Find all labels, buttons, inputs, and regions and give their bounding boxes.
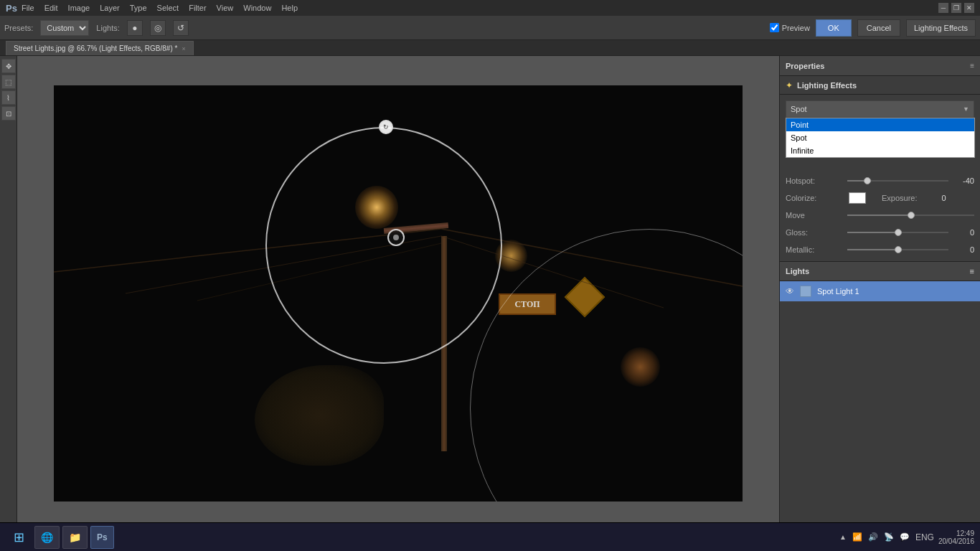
metallic-label: Metallic: (786, 245, 843, 254)
properties-collapse-icon[interactable]: ≡ (970, 62, 974, 70)
gloss-label: Gloss: (786, 228, 843, 237)
up-arrow-icon[interactable]: ▲ (839, 533, 847, 541)
taskbar-chrome[interactable]: 🌐 (34, 526, 60, 549)
spotlight-circle[interactable] (265, 127, 502, 364)
window-controls: ─ ❐ ✕ (938, 3, 974, 13)
move-track (847, 215, 974, 216)
menu-type[interactable]: Type (130, 4, 147, 12)
active-tab[interactable]: Street Lights.jpg @ 66.7% (Light Effects… (6, 41, 194, 55)
visibility-icon[interactable]: 👁 (786, 286, 794, 296)
gloss-fill (847, 232, 898, 233)
lights-title: Lights (786, 267, 809, 276)
properties-title: Properties (786, 62, 824, 70)
light-type-dropdown[interactable]: Spot ▼ (786, 100, 974, 118)
properties-body: Hotspot: -40 Colorize: Exposure: 0 (780, 169, 980, 261)
light-item-0[interactable]: 👁 Spot Light 1 (780, 281, 980, 301)
lights-body: 👁 Spot Light 1 (780, 281, 980, 531)
cancel-button[interactable]: Cancel (857, 19, 900, 37)
ok-button[interactable]: OK (816, 19, 852, 37)
hotspot-row: Hotspot: -40 (786, 175, 974, 187)
metallic-thumb[interactable] (895, 246, 902, 253)
dropdown-option-spot[interactable]: Spot (786, 131, 974, 144)
dropdown-value: Spot (791, 105, 807, 113)
light-name: Spot Light 1 (817, 287, 859, 296)
hotspot-track (847, 180, 948, 182)
tab-close-icon[interactable]: × (182, 45, 185, 52)
spotlight-center[interactable] (387, 229, 405, 246)
menu-edit[interactable]: Edit (44, 4, 58, 12)
tabbar: Street Lights.jpg @ 66.7% (Light Effects… (0, 40, 980, 56)
ps-logo: Ps (6, 3, 17, 14)
light-reset-icon[interactable]: ↺ (173, 20, 189, 36)
crop-tool[interactable]: ⊡ (1, 106, 16, 121)
dropdown-option-point[interactable]: Point (786, 118, 974, 131)
svg-line-0 (54, 229, 441, 272)
right-panel: Properties ≡ ✦ Lighting Effects Spot ▼ P… (779, 56, 980, 531)
start-button[interactable]: ⊞ (6, 526, 32, 549)
exposure-value: 0 (925, 194, 946, 202)
move-tool[interactable]: ✥ (1, 59, 16, 73)
presets-select[interactable]: Custom (40, 20, 89, 36)
files-icon: 📁 (69, 532, 81, 543)
spotlight-handle[interactable]: ↻ (379, 120, 393, 134)
canvas-image: СТОП ↻ (54, 85, 743, 501)
light-type-icon[interactable]: ◎ (150, 20, 166, 36)
svg-line-1 (441, 229, 743, 286)
gloss-slider[interactable] (847, 227, 948, 238)
volume-icon[interactable]: 🔊 (868, 532, 878, 542)
canvas-area[interactable]: СТОП ↻ (17, 56, 779, 531)
move-thumb[interactable] (908, 212, 915, 219)
lighting-effects-title: Lighting Effects (797, 81, 857, 90)
gloss-row: Gloss: 0 (786, 227, 974, 238)
restore-button[interactable]: ❐ (951, 3, 961, 13)
lasso-tool[interactable]: ⌇ (1, 90, 16, 105)
colorize-swatch[interactable] (849, 192, 866, 204)
menu-select[interactable]: Select (157, 4, 179, 12)
minimize-button[interactable]: ─ (938, 3, 948, 13)
lights-section-header: Lights ≡ (780, 261, 980, 281)
taskbar-clock: 12:49 20/04/2016 (938, 529, 974, 545)
dark-overlay (54, 85, 743, 501)
foliage (255, 365, 384, 466)
stop-sign: СТОП (499, 293, 556, 315)
message-icon[interactable]: 💬 (900, 532, 910, 542)
preview-label: Preview (782, 24, 810, 32)
menu-layer[interactable]: Layer (100, 4, 120, 12)
dropdown-option-infinite[interactable]: Infinite (786, 144, 974, 157)
gloss-track (847, 232, 948, 233)
presets-label: Presets: (4, 24, 33, 32)
close-button[interactable]: ✕ (964, 3, 974, 13)
titlebar-left: Ps File Edit Image Layer Type Select Fil… (6, 3, 298, 14)
hotspot-slider[interactable] (847, 175, 948, 187)
menu-file[interactable]: File (22, 4, 34, 12)
preview-checkbox-label[interactable]: Preview (770, 23, 810, 32)
language-label: ENG (915, 532, 934, 542)
gloss-value: 0 (953, 228, 974, 237)
toolbar: Presets: Custom Lights: ● ◎ ↺ Preview OK… (0, 16, 980, 40)
lighting-effects-button[interactable]: Lighting Effects (906, 19, 976, 37)
menu-image[interactable]: Image (68, 4, 90, 12)
wifi-icon[interactable]: 📡 (884, 532, 894, 542)
gloss-thumb[interactable] (895, 229, 902, 236)
preview-checkbox[interactable] (770, 23, 779, 32)
dropdown-list: Point Spot Infinite (786, 118, 975, 158)
menu-window[interactable]: Window (243, 4, 271, 12)
taskbar-ps[interactable]: Ps (90, 526, 114, 549)
toolbar-right: Preview OK Cancel Lighting Effects (770, 19, 976, 37)
network-icon[interactable]: 📶 (852, 532, 862, 542)
menu-help[interactable]: Help (281, 4, 298, 12)
metallic-slider[interactable] (847, 244, 948, 255)
dropdown-container: Spot ▼ Point Spot Infinite (780, 95, 980, 121)
select-tool[interactable]: ⬚ (1, 75, 16, 89)
lights-collapse-icon[interactable]: ≡ (970, 267, 974, 276)
move-slider[interactable] (847, 209, 974, 221)
menu-filter[interactable]: Filter (189, 4, 206, 12)
hotspot-thumb[interactable] (864, 177, 871, 184)
add-light-button[interactable]: ● (127, 20, 143, 36)
main-layout: ✥ ⬚ ⌇ ⊡ СТОП (0, 56, 980, 531)
sparkle-icon: ✦ (786, 80, 793, 90)
menu-view[interactable]: View (217, 4, 234, 12)
light-thumbnail (800, 286, 811, 297)
taskbar-files[interactable]: 📁 (62, 526, 88, 549)
ps-app-icon: Ps (97, 532, 108, 542)
